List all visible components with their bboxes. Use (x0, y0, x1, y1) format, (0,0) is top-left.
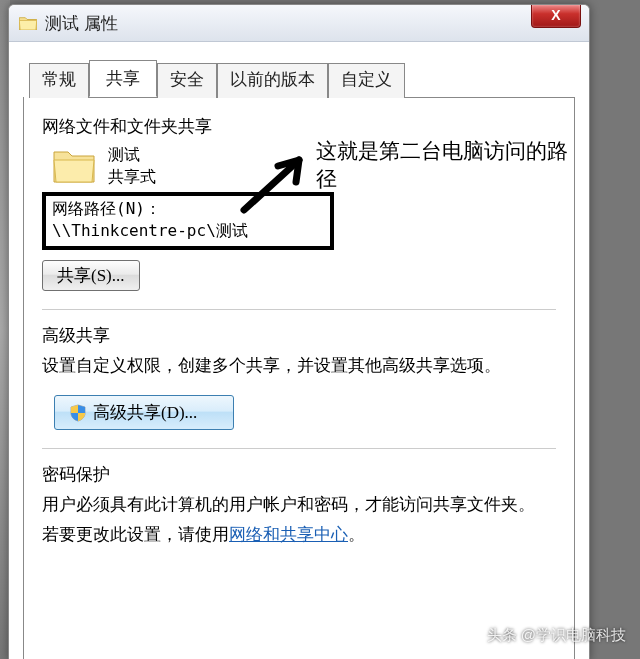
tab-panel-sharing: 网络文件和文件夹共享 测试 共享式 网络路径(N)： \\Thinkcentre… (23, 97, 575, 659)
advanced-share-button-label: 高级共享(D)... (93, 401, 197, 424)
properties-dialog: 测试 属性 X 常规 共享 安全 以前的版本 自定义 网络文件和文件夹共享 测试… (8, 4, 590, 659)
shield-icon (69, 404, 87, 422)
network-sharing-center-link[interactable]: 网络和共享中心 (229, 525, 348, 544)
titlebar: 测试 属性 X (9, 5, 589, 42)
advanced-share-title: 高级共享 (42, 324, 556, 347)
annotation-text: 这就是第二台电脑访问的路 径 (316, 137, 640, 193)
folder-icon (19, 16, 37, 30)
network-path-value: \\Thinkcentre-pc\测试 (52, 220, 324, 242)
folder-large-icon (52, 148, 96, 184)
divider-2 (42, 448, 556, 449)
advanced-share-desc: 设置自定义权限，创建多个共享，并设置其他高级共享选项。 (42, 353, 556, 379)
network-path-box: 网络路径(N)： \\Thinkcentre-pc\测试 (42, 192, 334, 250)
tab-sharing[interactable]: 共享 (89, 60, 157, 97)
password-protect-title: 密码保护 (42, 463, 556, 486)
net-share-title: 网络文件和文件夹共享 (42, 115, 556, 138)
password-desc-2b: 。 (348, 525, 365, 544)
divider-1 (42, 309, 556, 310)
share-mode-label: 共享式 (108, 166, 156, 188)
tab-security[interactable]: 安全 (157, 63, 217, 98)
share-button[interactable]: 共享(S)... (42, 260, 140, 291)
tab-customize[interactable]: 自定义 (328, 63, 405, 98)
advanced-share-button[interactable]: 高级共享(D)... (54, 395, 234, 430)
window-title: 测试 属性 (45, 12, 118, 35)
password-desc-2a: 若要更改此设置，请使用 (42, 525, 229, 544)
network-path-label: 网络路径(N)： (52, 198, 324, 220)
tab-general[interactable]: 常规 (29, 63, 89, 98)
folder-name-label: 测试 (108, 144, 156, 166)
tabs: 常规 共享 安全 以前的版本 自定义 (29, 62, 575, 98)
password-desc-1: 用户必须具有此计算机的用户帐户和密码，才能访问共享文件夹。 (42, 492, 556, 518)
close-button[interactable]: X (531, 5, 581, 28)
tab-previous-versions[interactable]: 以前的版本 (217, 63, 328, 98)
